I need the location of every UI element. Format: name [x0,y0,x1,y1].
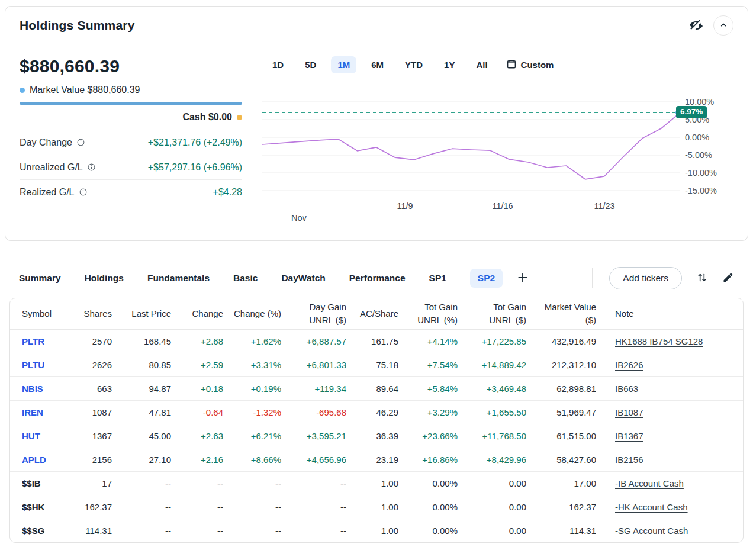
cell-day-gain: +6,887.57 [288,329,353,353]
table-header-cell[interactable]: Day GainUNRL ($) [288,298,353,329]
tab-daywatch[interactable]: DayWatch [281,269,325,288]
table-header-cell[interactable]: AC/Share [353,298,406,329]
table-row[interactable]: HUT 1367 45.00 +2.63 +6.21% +3,595.21 36… [10,424,743,448]
note-link[interactable]: -IB Account Cash [615,478,684,488]
table-header-cell[interactable]: Note [603,298,743,329]
custom-range-button[interactable]: Custom [506,59,554,71]
cell-shares: 2570 [76,329,119,353]
table-row[interactable]: $$SG 114.31 -- -- -- -- 1.00 0.00% 0.00 … [10,519,743,542]
holdings-table-card: Symbol Shares Last Price Change Change (… [9,298,744,543]
edit-button[interactable] [722,272,734,285]
note-link[interactable]: IB2156 [615,455,643,465]
info-icon[interactable] [87,163,96,172]
table-row[interactable]: IREN 1087 47.81 -0.64 -1.32% -695.68 46.… [10,400,743,424]
note-link[interactable]: IB2626 [615,360,643,370]
range-1d[interactable]: 1D [266,56,290,73]
cell-symbol: $$SG [10,519,76,542]
cell-symbol: $$IB [10,471,76,495]
sort-button[interactable] [696,272,708,285]
custom-range-label: Custom [521,60,554,70]
tab-summary[interactable]: Summary [19,269,61,288]
symbol-link[interactable]: NBIS [22,384,43,394]
symbol-link[interactable]: IREN [22,407,43,417]
tab-basic[interactable]: Basic [233,269,258,288]
cell-shares: 114.31 [76,519,119,542]
cell-note: IB2626 [603,353,743,376]
table-row[interactable]: NBIS 663 94.87 +0.18 +0.19% +119.34 89.6… [10,376,743,400]
table-body: PLTR 2570 168.45 +2.68 +1.62% +6,887.57 … [10,329,743,542]
table-header-cell[interactable]: Market Value($) [533,298,603,329]
cell-last-price: -- [119,495,178,519]
tab-fundamentals[interactable]: Fundamentals [147,269,210,288]
y-tick-label: -15.00% [685,186,717,195]
range-ytd[interactable]: YTD [398,56,429,73]
metric-label: Unrealized G/L [20,162,96,173]
cell-last-price: 45.00 [119,424,178,448]
note-link[interactable]: -SG Account Cash [615,526,688,536]
cell-note: IB1367 [603,424,743,448]
cell-shares: 2626 [76,353,119,376]
view-tabs: Summary Holdings Fundamentals Basic DayW… [19,269,503,288]
change-badge: 6.97% [676,106,707,118]
table-header-cell[interactable]: Shares [76,298,119,329]
chevron-up-icon [719,20,728,31]
note-link[interactable]: -HK Account Cash [615,502,688,512]
cell-symbol: $$HK [10,495,76,519]
table-row[interactable]: $$IB 17 -- -- -- -- 1.00 0.00% 0.00 17.0… [10,471,743,495]
table-row[interactable]: $$HK 162.37 -- -- -- -- 1.00 0.00% 0.00 … [10,495,743,519]
cell-market-value: 212,312.10 [533,353,603,376]
tab-holdings[interactable]: Holdings [85,269,124,288]
table-row[interactable]: APLD 2156 27.10 +2.16 +8.66% +4,656.96 2… [10,448,743,471]
range-all[interactable]: All [469,56,494,73]
cell-last-price: -- [119,519,178,542]
symbol-link[interactable]: HUT [22,431,40,441]
plus-icon [517,272,529,285]
cell-tot-gain: +11,768.50 [465,424,533,448]
symbol-link[interactable]: APLD [22,455,46,465]
info-icon[interactable] [79,188,88,197]
cell-market-value: 61,515.00 [533,424,603,448]
info-icon[interactable] [76,138,85,147]
table-row[interactable]: PLTR 2570 168.45 +2.68 +1.62% +6,887.57 … [10,329,743,353]
cell-change: +2.59 [178,353,230,376]
add-view-button[interactable] [517,272,529,285]
note-link[interactable]: IB1087 [615,407,643,417]
range-1m[interactable]: 1M [331,56,356,73]
cell-tot-gain: +14,889.42 [465,353,533,376]
tab-sp1[interactable]: SP1 [429,269,446,288]
cell-symbol: HUT [10,424,76,448]
range-5d[interactable]: 5D [298,56,323,73]
cell-ac-share: 36.39 [353,424,406,448]
cell-symbol: PLTU [10,353,76,376]
range-1y[interactable]: 1Y [437,56,461,73]
table-header-cell[interactable]: Change [178,298,230,329]
note-link[interactable]: HK1688 IB754 SG128 [615,336,703,346]
cell-last-price: 94.87 [119,376,178,400]
collapse-button[interactable] [713,15,733,36]
table-header-cell[interactable]: Last Price [119,298,178,329]
table-header-cell[interactable]: Change (%) [230,298,288,329]
range-6m[interactable]: 6M [365,56,390,73]
tab-sp2[interactable]: SP2 [470,269,503,288]
view-bar: Summary Holdings Fundamentals Basic DayW… [9,267,744,289]
add-tickers-button[interactable]: Add tickers [609,267,682,289]
table-row[interactable]: PLTU 2626 80.85 +2.59 +3.31% +6,801.33 7… [10,353,743,376]
table-header-cell[interactable]: Symbol [10,298,76,329]
tab-performance[interactable]: Performance [349,269,406,288]
symbol-link[interactable]: PLTR [22,336,44,346]
cell-tot-gain: +17,225.85 [465,329,533,353]
symbol-link[interactable]: PLTU [22,360,44,370]
metric-label: Day Change [20,137,85,148]
eye-off-icon [688,18,703,34]
cell-day-gain: -695.68 [288,400,353,424]
cell-ac-share: 1.00 [353,495,406,519]
hide-values-button[interactable] [688,18,703,34]
cell-day-gain: +4,656.96 [288,448,353,471]
page-title: Holdings Summary [20,18,135,33]
note-link[interactable]: IB1367 [615,431,643,441]
chart-panel: 1D 5D 1M 6M YTD 1Y All Custom 10.00% 5.0… [262,56,733,226]
cell-market-value: 51,969.47 [533,400,603,424]
table-header-cell[interactable]: Tot GainUNRL (%) [406,298,465,329]
table-header-cell[interactable]: Tot GainUNRL ($) [465,298,533,329]
note-link[interactable]: IB663 [615,384,638,394]
